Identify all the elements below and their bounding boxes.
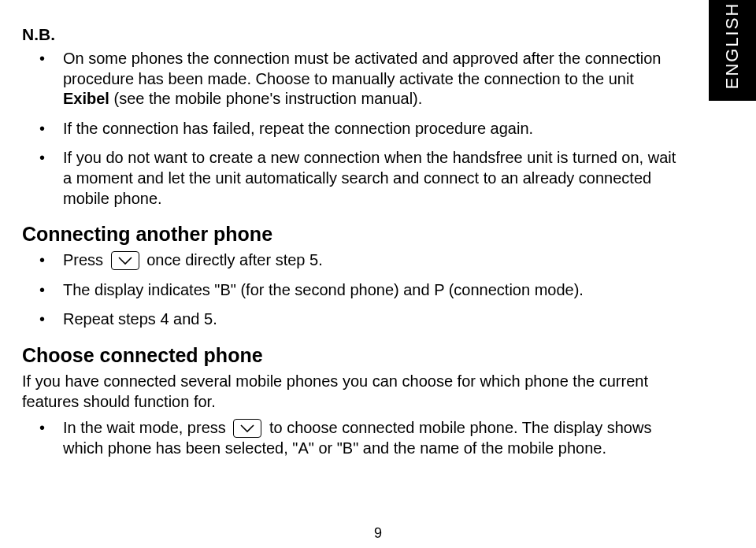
text-run: Press (63, 251, 108, 268)
choose-intro: If you have connected several mobile pho… (22, 372, 680, 412)
choose-list: In the wait mode, press to choose connec… (22, 418, 680, 458)
list-item: If the connection has failed, repeat the… (63, 119, 680, 139)
language-tab: ENGLISH (709, 0, 756, 101)
list-item: The display indicates "B" (for the secon… (63, 280, 680, 301)
section-heading-connecting: Connecting another phone (22, 223, 680, 246)
page-number: 9 (0, 525, 756, 542)
nb-heading: N.B. (22, 25, 680, 44)
down-arrow-icon (111, 251, 139, 270)
bold-run: Exibel (63, 90, 109, 107)
nb-list: On some phones the connection must be ac… (22, 49, 680, 209)
section-heading-choose: Choose connected phone (22, 344, 680, 367)
list-item: Repeat steps 4 and 5. (63, 309, 680, 330)
list-item: On some phones the connection must be ac… (63, 49, 680, 109)
list-item: If you do not want to create a new conne… (63, 148, 680, 209)
list-item: Press once directly after step 5. (63, 250, 680, 271)
text-run: On some phones the connection must be ac… (63, 50, 661, 87)
connect-list: Press once directly after step 5. The di… (22, 250, 680, 330)
list-item: In the wait mode, press to choose connec… (63, 418, 680, 458)
down-arrow-icon (233, 419, 261, 438)
language-label: ENGLISH (722, 2, 743, 90)
text-run: once directly after step 5. (146, 251, 322, 268)
text-run: In the wait mode, press (63, 419, 230, 436)
text-run: (see the mobile phone's instruction manu… (109, 90, 422, 107)
page-content: N.B. On some phones the connection must … (22, 25, 680, 473)
